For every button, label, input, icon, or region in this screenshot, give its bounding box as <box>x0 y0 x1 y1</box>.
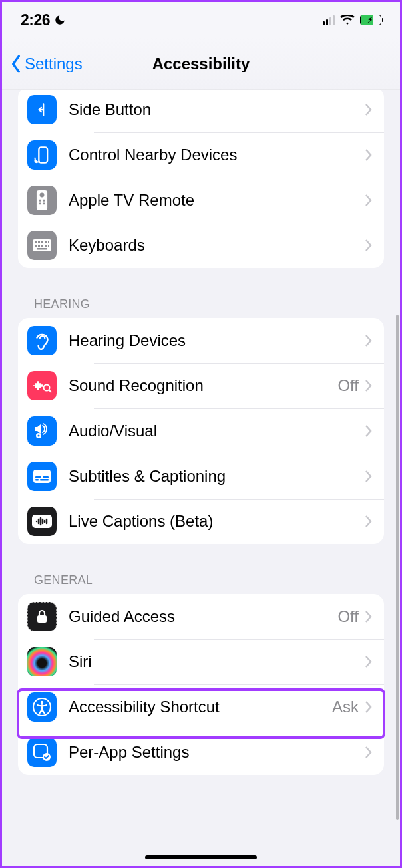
row-live-captions[interactable]: Live Captions (Beta) <box>18 499 384 544</box>
status-time: 2:26 <box>21 11 50 29</box>
section-header-hearing: HEARING <box>18 297 384 318</box>
row-label: Per-App Settings <box>69 743 364 762</box>
chevron-right-icon <box>364 194 372 207</box>
chevron-right-icon <box>364 700 372 714</box>
svg-rect-13 <box>35 245 37 247</box>
row-hearing-devices[interactable]: Hearing Devices <box>18 318 384 363</box>
row-label: Accessibility Shortcut <box>69 698 332 716</box>
chevron-right-icon <box>364 239 372 252</box>
svg-point-2 <box>40 192 45 197</box>
svg-rect-24 <box>43 476 49 478</box>
row-label: Live Captions (Beta) <box>69 512 364 531</box>
settings-scroll-area[interactable]: Side Button Control Nearby Devices Apple… <box>2 90 400 866</box>
svg-rect-18 <box>37 248 47 250</box>
back-button[interactable]: Settings <box>2 54 83 74</box>
row-value: Ask <box>332 698 359 716</box>
wifi-icon <box>340 15 355 25</box>
row-label: Subtitles & Captioning <box>69 467 364 486</box>
row-value: Off <box>337 376 359 395</box>
chevron-left-icon <box>9 54 23 74</box>
row-per-app-settings[interactable]: Per-App Settings <box>18 730 384 775</box>
row-label: Siri <box>69 652 364 671</box>
row-keyboards[interactable]: Keyboards <box>18 223 384 268</box>
chevron-right-icon <box>364 515 372 528</box>
chevron-right-icon <box>364 655 372 668</box>
accessibility-shortcut-icon <box>27 692 57 722</box>
svg-rect-25 <box>35 479 39 481</box>
row-label: Hearing Devices <box>69 331 364 350</box>
svg-rect-22 <box>33 470 51 483</box>
chevron-right-icon <box>364 610 372 623</box>
audio-visual-icon <box>27 416 57 446</box>
chevron-right-icon <box>364 334 372 347</box>
svg-rect-26 <box>40 479 49 481</box>
chevron-right-icon <box>364 103 372 116</box>
keyboards-icon <box>27 231 57 260</box>
row-guided-access[interactable]: Guided Access Off <box>18 594 384 639</box>
chevron-right-icon <box>364 148 372 162</box>
row-apple-tv-remote[interactable]: Apple TV Remote <box>18 178 384 223</box>
svg-rect-10 <box>41 241 43 243</box>
chevron-right-icon <box>364 379 372 392</box>
svg-rect-14 <box>38 245 40 247</box>
row-label: Keyboards <box>69 236 364 255</box>
svg-rect-3 <box>39 200 41 202</box>
row-siri[interactable]: Siri <box>18 639 384 684</box>
navigation-header: Settings Accessibility <box>2 38 400 90</box>
row-label: Audio/Visual <box>69 422 364 440</box>
home-indicator[interactable] <box>145 855 257 859</box>
back-label: Settings <box>25 55 83 73</box>
scrollbar-indicator <box>396 315 399 820</box>
svg-rect-5 <box>39 202 41 204</box>
svg-rect-17 <box>48 245 49 247</box>
svg-rect-16 <box>45 245 47 247</box>
svg-rect-11 <box>45 241 47 243</box>
row-control-nearby-devices[interactable]: Control Nearby Devices <box>18 132 384 178</box>
siri-icon <box>27 647 57 676</box>
row-label: Guided Access <box>69 607 337 626</box>
svg-point-21 <box>37 434 39 436</box>
chevron-right-icon <box>364 424 372 438</box>
row-value: Off <box>337 607 359 626</box>
cellular-signal-icon <box>323 15 335 25</box>
row-sound-recognition[interactable]: Sound Recognition Off <box>18 363 384 408</box>
svg-rect-4 <box>43 200 45 202</box>
control-nearby-devices-icon <box>27 140 57 170</box>
chevron-right-icon <box>364 470 372 483</box>
live-captions-icon <box>27 507 57 536</box>
row-audio-visual[interactable]: Audio/Visual <box>18 408 384 454</box>
svg-rect-9 <box>38 241 40 243</box>
row-label: Apple TV Remote <box>69 191 364 210</box>
svg-rect-12 <box>48 241 49 243</box>
svg-point-30 <box>41 701 43 704</box>
svg-rect-15 <box>41 245 43 247</box>
row-accessibility-shortcut[interactable]: Accessibility Shortcut Ask <box>18 684 384 730</box>
svg-rect-23 <box>35 476 41 478</box>
battery-charging-icon: ⚡︎ <box>360 15 381 25</box>
apple-tv-remote-icon <box>27 186 57 215</box>
section-header-general: GENERAL <box>18 573 384 594</box>
hearing-devices-icon <box>27 326 57 355</box>
row-label: Sound Recognition <box>69 376 337 395</box>
svg-rect-28 <box>37 615 47 623</box>
status-bar: 2:26 ⚡︎ <box>2 2 400 38</box>
sound-recognition-icon <box>27 371 57 400</box>
per-app-settings-icon <box>27 738 57 767</box>
guided-access-icon <box>27 602 57 631</box>
row-label: Control Nearby Devices <box>69 146 364 164</box>
row-side-button[interactable]: Side Button <box>18 90 384 132</box>
chevron-right-icon <box>364 746 372 759</box>
side-button-icon <box>27 95 57 124</box>
subtitles-captioning-icon <box>27 462 57 491</box>
svg-rect-8 <box>35 241 37 243</box>
svg-rect-0 <box>39 147 47 162</box>
row-subtitles-captioning[interactable]: Subtitles & Captioning <box>18 454 384 499</box>
row-label: Side Button <box>69 100 364 119</box>
do-not-disturb-moon-icon <box>54 14 66 26</box>
svg-rect-6 <box>43 202 45 204</box>
